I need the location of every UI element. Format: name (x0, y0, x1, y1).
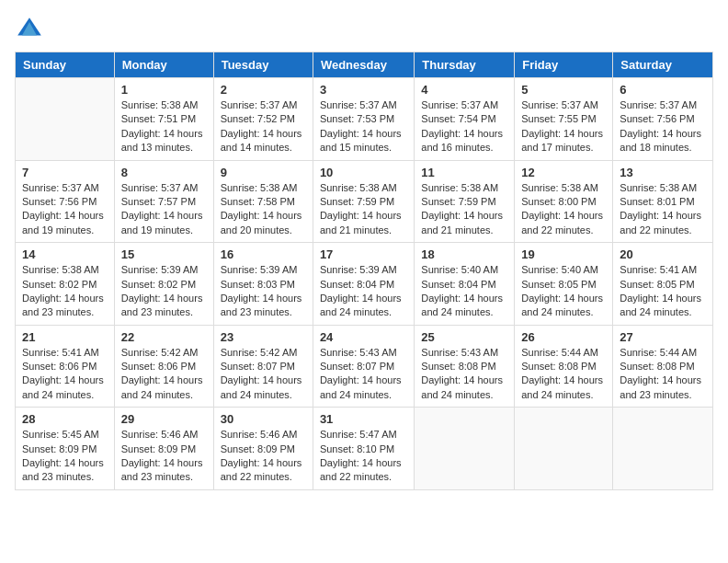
day-number: 29 (121, 412, 207, 426)
cell-info: Sunrise: 5:37 AMSunset: 7:54 PMDaylight:… (421, 98, 507, 155)
calendar-cell: 24Sunrise: 5:43 AMSunset: 8:07 PMDayligh… (313, 325, 414, 408)
day-number: 30 (221, 412, 306, 426)
day-number: 24 (320, 330, 407, 344)
cell-info: Sunrise: 5:43 AMSunset: 8:08 PMDaylight:… (421, 346, 507, 403)
day-number: 9 (221, 166, 306, 179)
calendar-cell: 20Sunrise: 5:41 AMSunset: 8:05 PMDayligh… (613, 243, 713, 326)
week-row-1: 1Sunrise: 5:38 AMSunset: 7:51 PMDaylight… (16, 78, 713, 161)
calendar-cell: 10Sunrise: 5:38 AMSunset: 7:59 PMDayligh… (313, 160, 414, 243)
calendar-cell: 13Sunrise: 5:38 AMSunset: 8:01 PMDayligh… (613, 160, 713, 243)
day-number: 15 (121, 247, 207, 261)
header-day-tuesday: Tuesday (213, 52, 313, 78)
calendar-cell: 4Sunrise: 5:37 AMSunset: 7:54 PMDaylight… (415, 78, 515, 161)
page-header (15, 15, 713, 44)
day-number: 11 (421, 166, 507, 179)
cell-info: Sunrise: 5:42 AMSunset: 8:07 PMDaylight:… (221, 346, 306, 403)
cell-info: Sunrise: 5:44 AMSunset: 8:08 PMDaylight:… (620, 346, 706, 403)
day-number: 31 (320, 412, 407, 426)
day-number: 12 (521, 166, 606, 179)
calendar-cell: 22Sunrise: 5:42 AMSunset: 8:06 PMDayligh… (114, 325, 213, 408)
day-number: 18 (421, 247, 507, 261)
day-number: 25 (421, 330, 507, 344)
cell-info: Sunrise: 5:38 AMSunset: 7:51 PMDaylight:… (121, 98, 207, 155)
calendar-cell: 21Sunrise: 5:41 AMSunset: 8:06 PMDayligh… (16, 325, 115, 408)
cell-info: Sunrise: 5:37 AMSunset: 7:55 PMDaylight:… (521, 98, 606, 155)
cell-info: Sunrise: 5:39 AMSunset: 8:03 PMDaylight:… (221, 263, 306, 320)
day-number: 4 (421, 83, 507, 97)
calendar-cell: 17Sunrise: 5:39 AMSunset: 8:04 PMDayligh… (313, 243, 414, 326)
cell-info: Sunrise: 5:44 AMSunset: 8:08 PMDaylight:… (521, 346, 606, 403)
cell-info: Sunrise: 5:46 AMSunset: 8:09 PMDaylight:… (121, 428, 207, 485)
cell-info: Sunrise: 5:38 AMSunset: 8:02 PMDaylight:… (22, 263, 108, 320)
day-number: 3 (320, 83, 407, 97)
cell-info: Sunrise: 5:39 AMSunset: 8:04 PMDaylight:… (320, 263, 407, 320)
cell-info: Sunrise: 5:38 AMSunset: 7:58 PMDaylight:… (221, 181, 306, 238)
day-number: 1 (121, 83, 207, 97)
calendar-cell: 29Sunrise: 5:46 AMSunset: 8:09 PMDayligh… (114, 408, 213, 490)
day-number: 21 (22, 330, 108, 344)
day-number: 7 (22, 166, 108, 179)
day-number: 17 (320, 247, 407, 261)
calendar-cell: 2Sunrise: 5:37 AMSunset: 7:52 PMDaylight… (213, 78, 313, 161)
header-day-monday: Monday (114, 52, 213, 78)
day-number: 28 (22, 412, 108, 426)
day-number: 6 (620, 83, 706, 97)
cell-info: Sunrise: 5:37 AMSunset: 7:56 PMDaylight:… (22, 181, 108, 238)
day-number: 22 (121, 330, 207, 344)
calendar-cell: 1Sunrise: 5:38 AMSunset: 7:51 PMDaylight… (114, 78, 213, 161)
day-number: 20 (620, 247, 706, 261)
cell-info: Sunrise: 5:43 AMSunset: 8:07 PMDaylight:… (320, 346, 407, 403)
cell-info: Sunrise: 5:38 AMSunset: 7:59 PMDaylight:… (421, 181, 507, 238)
cell-info: Sunrise: 5:47 AMSunset: 8:10 PMDaylight:… (320, 428, 407, 485)
header-day-thursday: Thursday (415, 52, 515, 78)
calendar-cell: 6Sunrise: 5:37 AMSunset: 7:56 PMDaylight… (613, 78, 713, 161)
day-number: 10 (320, 166, 407, 179)
calendar-cell: 28Sunrise: 5:45 AMSunset: 8:09 PMDayligh… (16, 408, 115, 490)
day-number: 14 (22, 247, 108, 261)
calendar-cell: 25Sunrise: 5:43 AMSunset: 8:08 PMDayligh… (415, 325, 515, 408)
calendar-cell: 23Sunrise: 5:42 AMSunset: 8:07 PMDayligh… (213, 325, 313, 408)
calendar-cell: 18Sunrise: 5:40 AMSunset: 8:04 PMDayligh… (415, 243, 515, 326)
cell-info: Sunrise: 5:42 AMSunset: 8:06 PMDaylight:… (121, 346, 207, 403)
week-row-4: 21Sunrise: 5:41 AMSunset: 8:06 PMDayligh… (16, 325, 713, 408)
cell-info: Sunrise: 5:41 AMSunset: 8:05 PMDaylight:… (620, 263, 706, 320)
calendar-cell (415, 408, 515, 490)
calendar-cell (16, 78, 115, 161)
day-number: 13 (620, 166, 706, 179)
logo-icon (15, 15, 44, 44)
header-row: SundayMondayTuesdayWednesdayThursdayFrid… (16, 52, 713, 78)
calendar-cell: 9Sunrise: 5:38 AMSunset: 7:58 PMDaylight… (213, 160, 313, 243)
header-day-friday: Friday (515, 52, 613, 78)
cell-info: Sunrise: 5:38 AMSunset: 7:59 PMDaylight:… (320, 181, 407, 238)
cell-info: Sunrise: 5:40 AMSunset: 8:04 PMDaylight:… (421, 263, 507, 320)
cell-info: Sunrise: 5:40 AMSunset: 8:05 PMDaylight:… (521, 263, 606, 320)
day-number: 2 (221, 83, 306, 97)
calendar-cell (515, 408, 613, 490)
calendar-cell: 11Sunrise: 5:38 AMSunset: 7:59 PMDayligh… (415, 160, 515, 243)
calendar-cell (613, 408, 713, 490)
day-number: 26 (521, 330, 606, 344)
calendar-cell: 16Sunrise: 5:39 AMSunset: 8:03 PMDayligh… (213, 243, 313, 326)
calendar-cell: 7Sunrise: 5:37 AMSunset: 7:56 PMDaylight… (16, 160, 115, 243)
cell-info: Sunrise: 5:37 AMSunset: 7:56 PMDaylight:… (620, 98, 706, 155)
cell-info: Sunrise: 5:38 AMSunset: 8:00 PMDaylight:… (521, 181, 606, 238)
cell-info: Sunrise: 5:45 AMSunset: 8:09 PMDaylight:… (22, 428, 108, 485)
cell-info: Sunrise: 5:37 AMSunset: 7:53 PMDaylight:… (320, 98, 407, 155)
logo (15, 15, 46, 44)
week-row-5: 28Sunrise: 5:45 AMSunset: 8:09 PMDayligh… (16, 408, 713, 490)
day-number: 5 (521, 83, 606, 97)
calendar-cell: 30Sunrise: 5:46 AMSunset: 8:09 PMDayligh… (213, 408, 313, 490)
day-number: 16 (221, 247, 306, 261)
cell-info: Sunrise: 5:46 AMSunset: 8:09 PMDaylight:… (221, 428, 306, 485)
week-row-2: 7Sunrise: 5:37 AMSunset: 7:56 PMDaylight… (16, 160, 713, 243)
day-number: 27 (620, 330, 706, 344)
cell-info: Sunrise: 5:41 AMSunset: 8:06 PMDaylight:… (22, 346, 108, 403)
cell-info: Sunrise: 5:37 AMSunset: 7:57 PMDaylight:… (121, 181, 207, 238)
header-day-saturday: Saturday (613, 52, 713, 78)
day-number: 23 (221, 330, 306, 344)
calendar: SundayMondayTuesdayWednesdayThursdayFrid… (15, 52, 713, 490)
cell-info: Sunrise: 5:37 AMSunset: 7:52 PMDaylight:… (221, 98, 306, 155)
calendar-cell: 19Sunrise: 5:40 AMSunset: 8:05 PMDayligh… (515, 243, 613, 326)
calendar-cell: 5Sunrise: 5:37 AMSunset: 7:55 PMDaylight… (515, 78, 613, 161)
calendar-cell: 14Sunrise: 5:38 AMSunset: 8:02 PMDayligh… (16, 243, 115, 326)
